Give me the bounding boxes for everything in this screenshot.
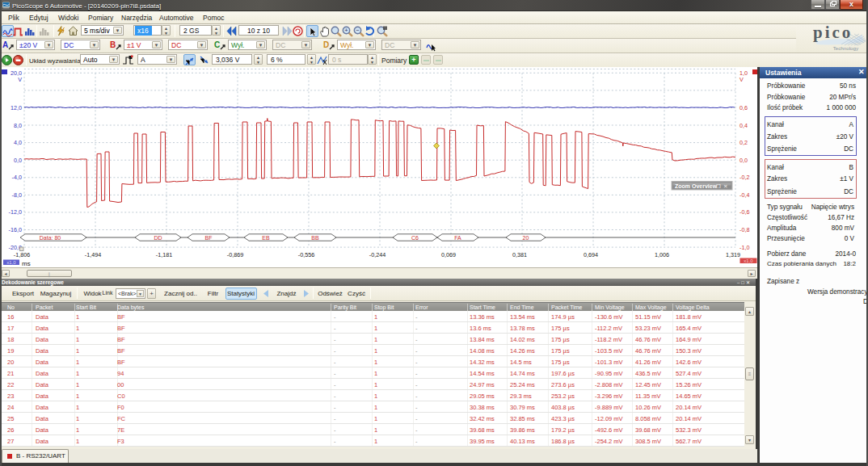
svg-text:1,319: 1,319 [726, 251, 740, 258]
svg-text:x1,0: x1,0 [744, 258, 753, 263]
svg-text:DD: DD [154, 235, 162, 241]
svg-text:0,069: 0,069 [441, 251, 456, 258]
svg-text:-1,494: -1,494 [85, 251, 101, 258]
svg-text:Data: 80: Data: 80 [40, 235, 61, 241]
svg-text:C6: C6 [411, 235, 419, 241]
svg-text:0,381: 0,381 [512, 251, 527, 258]
svg-text:-0,8: -0,8 [739, 226, 749, 233]
svg-text:-1,181: -1,181 [156, 251, 172, 258]
svg-text:0,4: 0,4 [739, 122, 748, 129]
svg-text:−: − [356, 27, 360, 34]
svg-text:20: 20 [523, 235, 529, 241]
svg-text:Zoom Overview: Zoom Overview [675, 183, 718, 189]
svg-text:-4,0: -4,0 [12, 174, 22, 181]
svg-text:-0,4: -0,4 [739, 191, 749, 199]
svg-text:0,6: 0,6 [739, 104, 748, 111]
svg-text:-0,556: -0,556 [298, 251, 314, 258]
svg-text:x1,0: x1,0 [6, 260, 16, 265]
svg-text:-1,806: -1,806 [14, 251, 30, 258]
svg-text:0,0: 0,0 [739, 157, 748, 164]
svg-text:✕: ✕ [723, 183, 727, 189]
svg-text:❐: ❐ [716, 183, 721, 189]
svg-text:0,0: 0,0 [14, 157, 22, 164]
svg-text:-16,0: -16,0 [9, 226, 22, 233]
svg-text:4,0: 4,0 [14, 139, 22, 146]
svg-text:FA: FA [454, 235, 461, 241]
svg-text:-0,6: -0,6 [739, 208, 749, 216]
svg-text:EB: EB [262, 235, 270, 241]
svg-text:-8,0: -8,0 [12, 191, 22, 199]
svg-text:0,2: 0,2 [739, 139, 748, 146]
svg-text:-0,244: -0,244 [369, 251, 386, 258]
svg-text:ms: ms [22, 260, 31, 267]
svg-text:Technology: Technology [833, 45, 859, 51]
svg-text:0,694: 0,694 [584, 251, 598, 258]
svg-text:-0,2: -0,2 [739, 174, 749, 181]
svg-text:V: V [18, 76, 22, 83]
svg-text:8,0: 8,0 [14, 122, 22, 129]
svg-text:1,006: 1,006 [655, 251, 669, 258]
svg-text:-12,0: -12,0 [9, 208, 22, 216]
svg-text:12,0: 12,0 [11, 104, 22, 111]
svg-text:V: V [739, 76, 744, 83]
svg-text:+: + [344, 27, 348, 34]
svg-text:pico: pico [813, 25, 853, 42]
svg-text:-0,869: -0,869 [227, 251, 243, 258]
svg-text:BF: BF [205, 235, 213, 241]
svg-text:BB: BB [311, 235, 319, 241]
svg-text:-1,0: -1,0 [739, 244, 749, 251]
